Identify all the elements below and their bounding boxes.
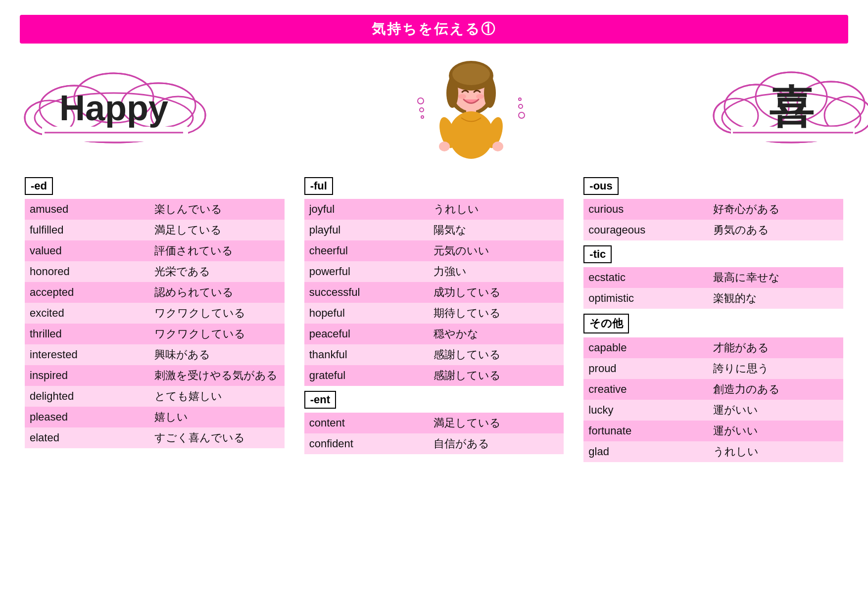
word-japanese: 勇気のある [708, 220, 843, 240]
other-header: その他 [583, 314, 629, 333]
word-japanese: ワクワクしている [149, 324, 285, 344]
word-japanese: 満足している [429, 413, 564, 433]
word-english: grateful [304, 365, 429, 386]
title-bar: 気持ちを伝える① [20, 15, 848, 44]
main-content: -ed amused楽しんでいるfulfilled満足しているvalued評価さ… [20, 177, 848, 464]
table-row: capable才能がある [583, 337, 843, 358]
word-english: capable [583, 337, 708, 358]
ful-subsection: -ful joyfulうれしいplayful陽気なcheerful元気のいいpo… [304, 177, 564, 386]
word-english: playful [304, 220, 429, 240]
ous-section: -ous curious好奇心があるcourageous勇気のある -tic e… [583, 177, 843, 464]
bubble-dot-5 [518, 104, 523, 109]
other-table: capable才能があるproud誇りに思うcreative創造力のあるluck… [583, 337, 843, 462]
happy-cloud: Happy [30, 78, 198, 138]
table-row: lucky運がいい [583, 400, 843, 421]
word-english: thankful [304, 344, 429, 365]
table-row: elatedすごく喜んでいる [25, 427, 285, 448]
ful-table: joyfulうれしいplayful陽気なcheerful元気のいいpowerfu… [304, 199, 564, 386]
ent-header: -ent [304, 391, 336, 409]
table-row: fortunate運がいい [583, 421, 843, 441]
left-bubbles [417, 97, 424, 119]
word-japanese: 期待している [429, 303, 564, 324]
word-japanese: 陽気な [429, 220, 564, 240]
ent-table: content満足しているconfident自信がある [304, 413, 564, 454]
ent-subsection: -ent content満足しているconfident自信がある [304, 391, 564, 454]
word-japanese: とても嬉しい [149, 386, 285, 407]
word-japanese: うれしい [708, 441, 843, 462]
word-english: joyful [304, 199, 429, 220]
word-japanese: 評価されている [149, 240, 285, 261]
kanji-cloud: 喜 [744, 68, 838, 148]
word-english: fortunate [583, 421, 708, 441]
table-row: excitedワクワクしている [25, 303, 285, 324]
word-japanese: 運がいい [708, 421, 843, 441]
word-english: powerful [304, 261, 429, 282]
word-japanese: 元気のいい [429, 240, 564, 261]
word-japanese: 運がいい [708, 400, 843, 421]
word-english: proud [583, 358, 708, 379]
svg-point-33 [439, 142, 450, 151]
word-japanese: 自信がある [429, 433, 564, 454]
title-text: 気持ちを伝える① [372, 21, 496, 37]
word-english: thrilled [25, 324, 149, 344]
table-row: thrilledワクワクしている [25, 324, 285, 344]
word-english: hopeful [304, 303, 429, 324]
table-row: curious好奇心がある [583, 199, 843, 220]
svg-point-24 [446, 78, 458, 108]
happy-label: Happy [30, 78, 198, 138]
word-japanese: 嬉しい [149, 407, 285, 427]
table-row: valued評価されている [25, 240, 285, 261]
table-row: joyfulうれしい [304, 199, 564, 220]
svg-point-26 [452, 63, 490, 85]
word-english: peaceful [304, 324, 429, 344]
table-row: hopeful期待している [304, 303, 564, 324]
table-row: accepted認められている [25, 282, 285, 303]
word-japanese: 穏やかな [429, 324, 564, 344]
word-english: pleased [25, 407, 149, 427]
table-row: cheerful元気のいい [304, 240, 564, 261]
word-english: optimistic [583, 288, 708, 309]
word-english: elated [25, 427, 149, 448]
word-japanese: 最高に幸せな [708, 267, 843, 288]
table-row: honored光栄である [25, 261, 285, 282]
table-row: fulfilled満足している [25, 220, 285, 240]
svg-point-34 [492, 142, 503, 151]
word-japanese: 楽しんでいる [149, 199, 285, 220]
word-japanese: 興味がある [149, 344, 285, 365]
table-row: confident自信がある [304, 433, 564, 454]
word-english: lucky [583, 400, 708, 421]
kanji-label: 喜 [744, 68, 838, 148]
table-row: thankful感謝している [304, 344, 564, 365]
bubble-dot-2 [419, 107, 424, 112]
table-row: peaceful穏やかな [304, 324, 564, 344]
girl-svg [432, 53, 511, 162]
svg-point-27 [458, 94, 466, 99]
tic-header: -tic [583, 245, 612, 263]
svg-point-30 [449, 111, 493, 159]
word-japanese: 満足している [149, 220, 285, 240]
word-japanese: 創造力のある [708, 379, 843, 400]
word-english: curious [583, 199, 708, 220]
ous-subsection: -ous curious好奇心があるcourageous勇気のある [583, 177, 843, 240]
ed-section: -ed amused楽しんでいるfulfilled満足しているvalued評価さ… [25, 177, 285, 459]
word-english: valued [25, 240, 149, 261]
girl-character [432, 53, 511, 162]
table-row: ecstatic最高に幸せな [583, 267, 843, 288]
ful-header: -ful [304, 177, 333, 195]
word-japanese: 成功している [429, 282, 564, 303]
table-row: amused楽しんでいる [25, 199, 285, 220]
tic-table: ecstatic最高に幸せなoptimistic楽観的な [583, 267, 843, 309]
word-english: ecstatic [583, 267, 708, 288]
word-english: courageous [583, 220, 708, 240]
bubble-dot-6 [518, 112, 525, 119]
word-english: content [304, 413, 429, 433]
table-row: interested興味がある [25, 344, 285, 365]
word-japanese: 光栄である [149, 261, 285, 282]
word-english: honored [25, 261, 149, 282]
table-row: successful成功している [304, 282, 564, 303]
ed-header: -ed [25, 177, 53, 195]
table-row: grateful感謝している [304, 365, 564, 386]
word-japanese: 力強い [429, 261, 564, 282]
word-japanese: 感謝している [429, 344, 564, 365]
svg-point-25 [484, 78, 496, 108]
